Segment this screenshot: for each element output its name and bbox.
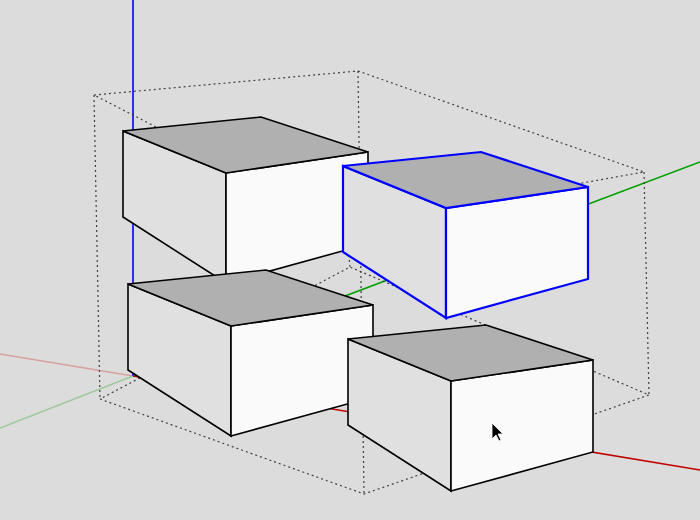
viewport-3d[interactable] xyxy=(0,0,700,520)
viewport-background xyxy=(0,0,700,520)
